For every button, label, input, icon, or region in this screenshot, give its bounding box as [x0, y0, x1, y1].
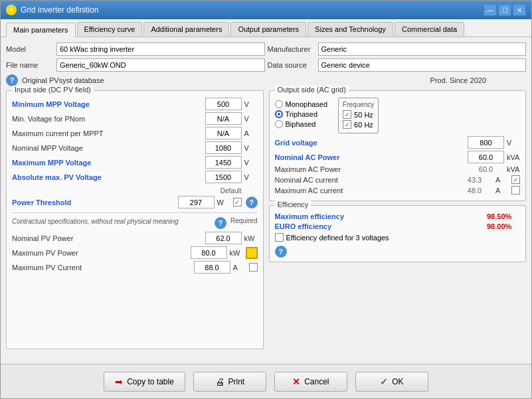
power-threshold-help[interactable]: ? — [246, 197, 258, 208]
max-pv-unit: kW — [230, 249, 243, 257]
main-content: Model Manufacturer File name Data source… — [1, 37, 531, 364]
nominal-ac-current-row: Nominal AC current 43.3 A — [275, 175, 521, 184]
datasource-field: Data source — [268, 58, 527, 72]
nominal-ac-power-label: Nominal AC Power — [275, 153, 466, 161]
max-pv-input[interactable] — [191, 246, 227, 259]
max-ac-current-value: 48.0 — [456, 187, 493, 195]
filename-field: File name — [6, 58, 265, 72]
efficiency-help[interactable]: ? — [275, 246, 287, 258]
tab-additional-parameters[interactable]: Additional parameters — [143, 22, 229, 37]
field-row-nom-mpp: Nominal MPP Voltage V — [12, 141, 258, 154]
datasource-input[interactable] — [318, 58, 527, 72]
nom-mpp-unit: V — [244, 144, 258, 152]
max-mpp-v-input[interactable] — [205, 156, 242, 169]
min-mpp-unit: V — [244, 100, 258, 108]
euro-eff-label: EURO efficiency — [275, 222, 484, 230]
min-pnom-unit: V — [244, 115, 258, 123]
footer: ➡ Copy to table 🖨 Print ✕ Cancel ✓ OK — [1, 364, 531, 398]
nom-mpp-label: Nominal MPP Voltage — [12, 144, 203, 152]
tab-output-parameters[interactable]: Output parameters — [230, 22, 306, 37]
nominal-ac-current-value: 43.3 — [456, 176, 493, 184]
min-mpp-input[interactable] — [205, 98, 242, 110]
db-note: Original PVsyst database — [22, 76, 104, 84]
copy-to-table-button[interactable]: ➡ Copy to table — [104, 372, 185, 392]
field-row-abs-max: Absolute max. PV Voltage V — [12, 171, 258, 183]
radio-biphased-btn[interactable] — [275, 120, 283, 128]
max-pv-current-input[interactable] — [194, 261, 230, 274]
help-button[interactable]: ? — [6, 74, 18, 86]
max-ac-current-label: Maximum AC current — [275, 187, 454, 195]
nominal-pv-label: Nominal PV Power — [12, 234, 203, 242]
three-voltages-checkbox[interactable] — [275, 233, 284, 242]
tab-commercial-data[interactable]: Commercial data — [395, 22, 464, 37]
maximize-button[interactable]: ☐ — [498, 4, 511, 16]
ac-fields: Grid voltage V Nominal AC Power kVA — [275, 133, 521, 195]
title-bar: ☀ Grid inverter definition — ☐ ✕ — [1, 1, 531, 19]
efficiency-fields: Maximum efficiency 98.50% EURO efficienc… — [275, 210, 521, 258]
right-panel: Output side (AC grid) Monophased Triphas… — [269, 90, 527, 349]
radio-triphased-btn[interactable] — [275, 110, 283, 118]
max-pv-row: Maximum PV Power kW — [12, 246, 258, 259]
manufacturer-input[interactable] — [318, 42, 527, 56]
contractual-help[interactable]: ? — [215, 217, 226, 229]
max-pv-label: Maximum PV Power — [12, 249, 188, 257]
output-panel: Output side (AC grid) Monophased Triphas… — [269, 90, 527, 201]
manufacturer-label: Manufacturer — [268, 45, 314, 53]
nominal-pv-input[interactable] — [205, 232, 242, 244]
max-pv-current-label: Maximum PV Current — [12, 264, 191, 272]
default-section: Default Power Threshold W ? — [12, 187, 258, 208]
max-pv-checkbox[interactable] — [246, 247, 258, 259]
freq-60-checkbox[interactable] — [343, 120, 351, 129]
frequency-box: Frequency 50 Hz 60 Hz — [338, 98, 379, 133]
max-ac-current-unit: A — [495, 187, 509, 195]
field-row-max-mpp-v: Maximum MPP Voltage V — [12, 156, 258, 169]
max-ac-power-value: 60.0 — [468, 165, 504, 173]
tab-main-parameters[interactable]: Main parameters — [6, 23, 76, 37]
nominal-pv-row: Nominal PV Power kW — [12, 232, 258, 244]
cancel-icon: ✕ — [292, 376, 300, 387]
max-ac-current-row: Maximum AC current 48.0 A — [275, 186, 521, 195]
default-label: Default — [221, 187, 242, 195]
tab-sizes-technology[interactable]: Sizes and Technology — [308, 22, 393, 37]
tab-efficiency-curve[interactable]: Efficiency curve — [77, 22, 143, 37]
nominal-ac-current-checkbox[interactable] — [511, 175, 520, 184]
nom-mpp-input[interactable] — [205, 141, 242, 154]
info-row-2: File name Data source — [6, 58, 526, 72]
three-voltages-label: Efficiency defined for 3 voltages — [286, 234, 389, 242]
model-input[interactable] — [56, 42, 265, 56]
abs-max-unit: V — [244, 173, 258, 181]
ok-label: OK — [392, 377, 403, 386]
print-button[interactable]: 🖨 Print — [193, 372, 266, 392]
max-mppt-input[interactable] — [205, 127, 242, 139]
info-row-1: Model Manufacturer — [6, 42, 526, 56]
power-threshold-input[interactable] — [178, 196, 215, 208]
field-row-max-mppt: Maximum current per MPPT A — [12, 127, 258, 139]
radio-monophased: Monophased — [275, 100, 328, 108]
filename-input[interactable] — [56, 58, 265, 72]
max-pv-current-checkbox[interactable] — [249, 263, 258, 272]
max-ac-current-checkbox[interactable] — [511, 186, 520, 195]
freq-50-checkbox[interactable] — [343, 110, 351, 119]
min-pnom-input[interactable] — [205, 112, 242, 125]
three-voltages-row: Efficiency defined for 3 voltages — [275, 233, 521, 242]
phase-group: Monophased Triphased Biphased — [275, 98, 328, 129]
min-pnom-label: Min. Voltage for PNom — [12, 115, 203, 123]
max-mppt-label: Maximum current per MPPT — [12, 129, 203, 137]
close-button[interactable]: ✕ — [513, 4, 526, 16]
abs-max-label: Absolute max. PV Voltage — [12, 173, 203, 181]
abs-max-input[interactable] — [205, 171, 242, 183]
radio-monophased-btn[interactable] — [275, 100, 283, 108]
cancel-button[interactable]: ✕ Cancel — [274, 372, 347, 392]
nominal-pv-unit: kW — [244, 234, 258, 242]
radio-triphased-label: Triphased — [286, 110, 318, 118]
max-mppt-unit: A — [244, 129, 258, 137]
nominal-ac-power-unit: kVA — [507, 153, 520, 161]
nominal-ac-power-input[interactable] — [468, 151, 504, 163]
minimize-button[interactable]: — — [484, 4, 497, 16]
ac-inner: Monophased Triphased Biphased — [275, 95, 521, 133]
grid-voltage-input[interactable] — [468, 136, 504, 149]
ok-button[interactable]: ✓ OK — [355, 372, 428, 392]
max-eff-value: 98.50% — [487, 212, 520, 220]
power-threshold-checkbox[interactable] — [233, 198, 242, 206]
help-row: ? Original PVsyst database Prod. Since 2… — [6, 74, 526, 86]
